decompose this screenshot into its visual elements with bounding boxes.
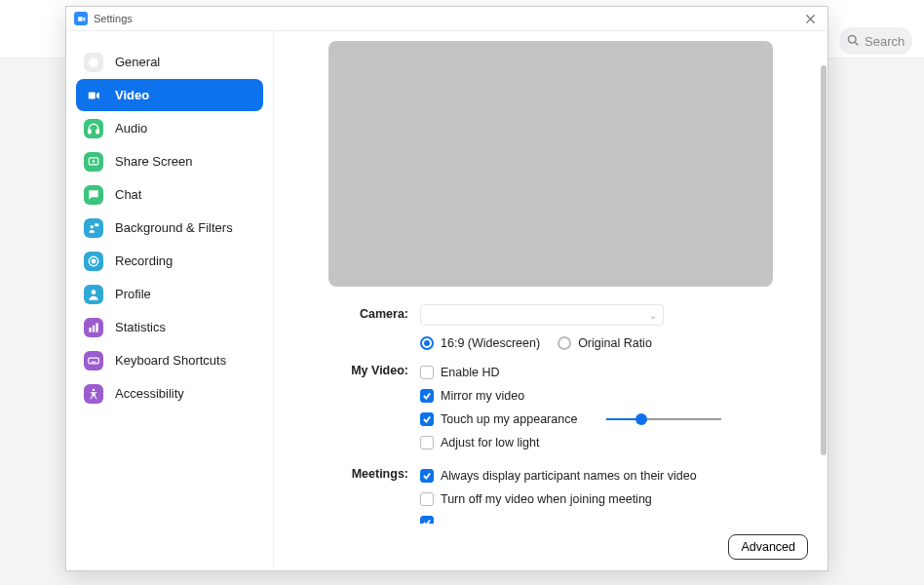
touch-up-slider[interactable] xyxy=(606,413,721,425)
svg-rect-15 xyxy=(89,328,91,332)
sidebar-item-label: Background & Filters xyxy=(115,220,233,235)
sidebar-item-shortcuts[interactable]: Keyboard Shortcuts xyxy=(76,344,263,376)
svg-rect-18 xyxy=(89,358,99,364)
svg-point-10 xyxy=(91,225,95,229)
sidebar-item-label: Keyboard Shortcuts xyxy=(115,353,226,368)
sidebar-item-accessibility[interactable]: Accessibility xyxy=(76,377,263,410)
chevron-down-icon: ⌄ xyxy=(649,310,657,321)
video-preview xyxy=(328,41,773,287)
turn-off-video-checkbox[interactable]: Turn off my video when joining meeting xyxy=(420,492,652,506)
gear-icon xyxy=(84,53,103,72)
display-names-checkbox[interactable]: Always display participant names on thei… xyxy=(420,469,697,483)
radio-icon xyxy=(420,336,434,350)
checkbox-icon xyxy=(420,366,434,379)
svg-rect-17 xyxy=(96,323,97,332)
profile-icon xyxy=(84,285,103,304)
window-body: General Video Audio Share Screen xyxy=(66,31,828,570)
sidebar-item-label: Chat xyxy=(115,187,141,202)
sidebar-item-label: Recording xyxy=(115,254,173,268)
headphones-icon xyxy=(84,119,103,138)
checkbox-label: Touch up my appearance xyxy=(441,412,577,426)
keyboard-icon xyxy=(84,351,103,370)
radio-label: 16:9 (Widescreen) xyxy=(441,336,540,350)
sidebar-item-chat[interactable]: Chat xyxy=(76,178,263,211)
svg-line-1 xyxy=(855,42,858,45)
my-video-label: My Video: xyxy=(293,361,420,377)
radio-icon xyxy=(558,336,571,350)
sidebar-item-recording[interactable]: Recording xyxy=(76,245,263,277)
settings-window: Settings General Video xyxy=(65,6,828,571)
svg-point-13 xyxy=(92,259,96,263)
mirror-checkbox[interactable]: Mirror my video xyxy=(420,389,524,403)
checkbox-icon xyxy=(420,389,434,403)
sidebar-item-label: Profile xyxy=(115,287,151,301)
checkbox-label: Always display participant names on thei… xyxy=(441,469,697,483)
ratio-wide-radio[interactable]: 16:9 (Widescreen) xyxy=(420,336,540,350)
sidebar-item-share-screen[interactable]: Share Screen xyxy=(76,145,263,177)
sidebar-item-statistics[interactable]: Statistics xyxy=(76,311,263,343)
sidebar-item-label: Share Screen xyxy=(115,154,193,169)
content-area: Camera: ⌄ 16:9 (Widescreen) xyxy=(274,31,828,570)
sidebar-item-video[interactable]: Video xyxy=(76,79,263,111)
checkbox-label: Enable HD xyxy=(441,366,499,379)
background-icon xyxy=(84,218,103,238)
svg-point-23 xyxy=(93,388,95,390)
sidebar-item-label: General xyxy=(115,55,160,69)
sidebar-item-audio[interactable]: Audio xyxy=(76,112,263,144)
share-screen-icon xyxy=(84,152,103,172)
svg-point-0 xyxy=(849,35,857,43)
checkbox-label: Turn off my video when joining meeting xyxy=(441,492,652,506)
sidebar-item-label: Audio xyxy=(115,121,147,136)
statistics-icon xyxy=(84,318,103,337)
svg-rect-11 xyxy=(95,223,98,226)
svg-rect-2 xyxy=(78,17,83,21)
ratio-original-radio[interactable]: Original Ratio xyxy=(558,336,652,350)
checkbox-icon xyxy=(420,436,434,449)
sidebar-item-general[interactable]: General xyxy=(76,46,263,78)
window-title: Settings xyxy=(94,13,133,24)
sidebar-item-label: Accessibility xyxy=(115,386,184,401)
scrollbar[interactable] xyxy=(821,65,827,455)
titlebar: Settings xyxy=(66,7,828,31)
app-icon xyxy=(74,12,88,25)
checkbox-icon xyxy=(420,492,434,506)
sidebar-item-profile[interactable]: Profile xyxy=(76,278,263,310)
chat-icon xyxy=(84,185,103,205)
record-icon xyxy=(84,252,103,271)
radio-label: Original Ratio xyxy=(578,336,652,350)
camera-label: Camera: xyxy=(293,304,420,321)
svg-rect-7 xyxy=(89,130,91,134)
low-light-checkbox[interactable]: Adjust for low light xyxy=(420,436,539,449)
cutoff-checkbox[interactable] xyxy=(420,516,441,524)
video-settings-form: Camera: ⌄ 16:9 (Widescreen) xyxy=(293,304,808,524)
svg-point-14 xyxy=(92,290,96,294)
sidebar: General Video Audio Share Screen xyxy=(66,31,274,570)
meetings-label: Meetings: xyxy=(293,464,420,481)
video-icon xyxy=(84,86,103,105)
content-scroll[interactable]: Camera: ⌄ 16:9 (Widescreen) xyxy=(274,31,828,524)
search-input[interactable]: Search xyxy=(839,27,912,55)
checkbox-icon xyxy=(420,469,434,483)
svg-rect-16 xyxy=(93,325,95,332)
slider-thumb[interactable] xyxy=(635,413,647,425)
checkbox-label: Mirror my video xyxy=(441,389,524,403)
sidebar-item-background[interactable]: Background & Filters xyxy=(76,212,263,244)
advanced-button[interactable]: Advanced xyxy=(728,534,808,560)
checkbox-icon xyxy=(420,516,434,524)
camera-select[interactable]: ⌄ xyxy=(420,304,664,326)
enable-hd-checkbox[interactable]: Enable HD xyxy=(420,366,499,379)
checkbox-icon xyxy=(420,412,434,426)
close-button[interactable] xyxy=(800,9,820,28)
touch-up-checkbox[interactable]: Touch up my appearance xyxy=(420,412,577,426)
sidebar-item-label: Video xyxy=(115,88,149,102)
svg-rect-8 xyxy=(96,130,98,134)
svg-rect-6 xyxy=(89,92,96,98)
search-placeholder: Search xyxy=(865,34,905,49)
checkbox-label: Adjust for low light xyxy=(441,436,539,449)
search-icon xyxy=(847,34,859,49)
accessibility-icon xyxy=(84,384,103,404)
sidebar-item-label: Statistics xyxy=(115,320,166,334)
content-footer: Advanced xyxy=(274,524,828,570)
